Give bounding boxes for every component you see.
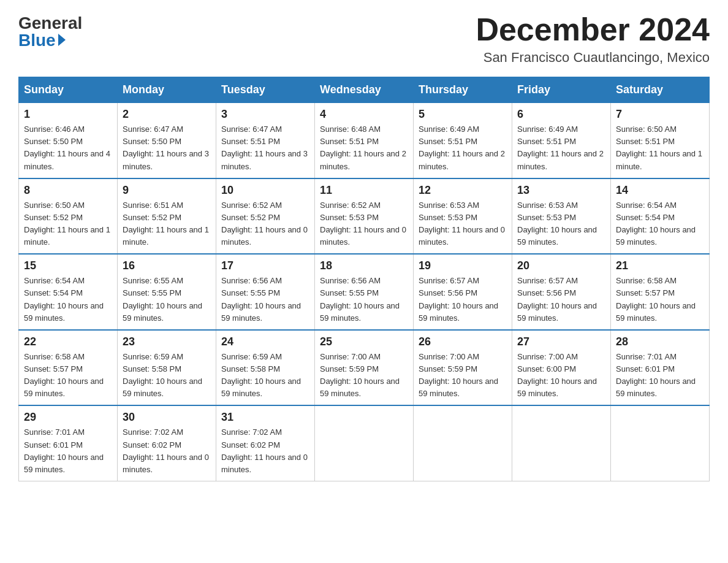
calendar-cell: 17 Sunrise: 6:56 AMSunset: 5:55 PMDaylig…	[216, 254, 315, 330]
calendar-cell: 20 Sunrise: 6:57 AMSunset: 5:56 PMDaylig…	[512, 254, 611, 330]
day-number: 29	[24, 411, 112, 424]
day-detail: Sunrise: 7:00 AMSunset: 5:59 PMDaylight:…	[419, 351, 507, 400]
calendar-cell: 12 Sunrise: 6:53 AMSunset: 5:53 PMDaylig…	[414, 178, 512, 255]
day-detail: Sunrise: 6:51 AMSunset: 5:52 PMDaylight:…	[123, 199, 211, 249]
day-number: 15	[24, 259, 112, 272]
day-detail: Sunrise: 6:54 AMSunset: 5:54 PMDaylight:…	[24, 275, 112, 324]
day-detail: Sunrise: 6:47 AMSunset: 5:51 PMDaylight:…	[221, 123, 309, 173]
day-number: 3	[221, 108, 309, 121]
day-number: 11	[320, 184, 408, 197]
day-detail: Sunrise: 7:02 AMSunset: 6:02 PMDaylight:…	[123, 426, 211, 476]
day-detail: Sunrise: 6:56 AMSunset: 5:55 PMDaylight:…	[320, 275, 408, 324]
calendar-cell: 13 Sunrise: 6:53 AMSunset: 5:53 PMDaylig…	[512, 178, 611, 255]
day-number: 20	[517, 259, 605, 272]
calendar-cell	[315, 405, 414, 481]
day-number: 22	[24, 335, 112, 348]
calendar-cell: 3 Sunrise: 6:47 AMSunset: 5:51 PMDayligh…	[216, 103, 315, 178]
day-detail: Sunrise: 7:00 AMSunset: 6:00 PMDaylight:…	[517, 351, 605, 400]
location-subtitle: San Francisco Cuautlancingo, Mexico	[476, 50, 710, 66]
day-detail: Sunrise: 6:56 AMSunset: 5:55 PMDaylight:…	[221, 275, 309, 324]
day-number: 4	[320, 108, 408, 121]
calendar-week-5: 29 Sunrise: 7:01 AMSunset: 6:01 PMDaylig…	[19, 405, 710, 481]
logo-arrow-icon	[58, 34, 66, 46]
calendar-cell	[611, 405, 710, 481]
calendar-cell: 5 Sunrise: 6:49 AMSunset: 5:51 PMDayligh…	[414, 103, 512, 178]
logo: General Blue	[18, 12, 82, 49]
calendar-cell: 29 Sunrise: 7:01 AMSunset: 6:01 PMDaylig…	[19, 405, 118, 481]
calendar-cell: 27 Sunrise: 7:00 AMSunset: 6:00 PMDaylig…	[512, 330, 611, 406]
day-header-thursday: Thursday	[414, 77, 512, 103]
day-number: 28	[616, 335, 704, 348]
day-detail: Sunrise: 6:52 AMSunset: 5:53 PMDaylight:…	[320, 199, 408, 249]
day-number: 14	[616, 184, 704, 197]
calendar-cell: 18 Sunrise: 6:56 AMSunset: 5:55 PMDaylig…	[315, 254, 414, 330]
day-detail: Sunrise: 7:00 AMSunset: 5:59 PMDaylight:…	[320, 351, 408, 400]
day-detail: Sunrise: 6:54 AMSunset: 5:54 PMDaylight:…	[616, 199, 704, 249]
day-number: 25	[320, 335, 408, 348]
day-number: 5	[419, 108, 507, 121]
day-number: 12	[419, 184, 507, 197]
calendar-cell: 24 Sunrise: 6:59 AMSunset: 5:58 PMDaylig…	[216, 330, 315, 406]
calendar-cell: 7 Sunrise: 6:50 AMSunset: 5:51 PMDayligh…	[611, 103, 710, 178]
day-detail: Sunrise: 6:55 AMSunset: 5:55 PMDaylight:…	[123, 275, 211, 324]
day-number: 31	[221, 411, 309, 424]
calendar-cell: 2 Sunrise: 6:47 AMSunset: 5:50 PMDayligh…	[118, 103, 216, 178]
day-detail: Sunrise: 7:02 AMSunset: 6:02 PMDaylight:…	[221, 426, 309, 476]
day-number: 7	[616, 108, 704, 121]
day-number: 21	[616, 259, 704, 272]
day-detail: Sunrise: 6:53 AMSunset: 5:53 PMDaylight:…	[419, 199, 507, 249]
day-detail: Sunrise: 6:50 AMSunset: 5:51 PMDaylight:…	[616, 123, 704, 173]
page-header: General Blue December 2024 San Francisco…	[18, 12, 710, 66]
day-number: 26	[419, 335, 507, 348]
calendar-cell: 28 Sunrise: 7:01 AMSunset: 6:01 PMDaylig…	[611, 330, 710, 406]
calendar-cell: 9 Sunrise: 6:51 AMSunset: 5:52 PMDayligh…	[118, 178, 216, 255]
calendar-cell: 4 Sunrise: 6:48 AMSunset: 5:51 PMDayligh…	[315, 103, 414, 178]
calendar-header-row: SundayMondayTuesdayWednesdayThursdayFrid…	[19, 77, 710, 103]
calendar-cell: 25 Sunrise: 7:00 AMSunset: 5:59 PMDaylig…	[315, 330, 414, 406]
day-detail: Sunrise: 6:52 AMSunset: 5:52 PMDaylight:…	[221, 199, 309, 249]
day-header-saturday: Saturday	[611, 77, 710, 103]
calendar-cell: 19 Sunrise: 6:57 AMSunset: 5:56 PMDaylig…	[414, 254, 512, 330]
month-year-title: December 2024	[476, 12, 710, 47]
day-detail: Sunrise: 6:48 AMSunset: 5:51 PMDaylight:…	[320, 123, 408, 173]
day-detail: Sunrise: 6:53 AMSunset: 5:53 PMDaylight:…	[517, 199, 605, 249]
calendar-cell: 15 Sunrise: 6:54 AMSunset: 5:54 PMDaylig…	[19, 254, 118, 330]
calendar-cell	[414, 405, 512, 481]
calendar-cell: 1 Sunrise: 6:46 AMSunset: 5:50 PMDayligh…	[19, 103, 118, 178]
calendar-cell: 22 Sunrise: 6:58 AMSunset: 5:57 PMDaylig…	[19, 330, 118, 406]
calendar-cell: 26 Sunrise: 7:00 AMSunset: 5:59 PMDaylig…	[414, 330, 512, 406]
day-number: 18	[320, 259, 408, 272]
day-number: 27	[517, 335, 605, 348]
day-header-tuesday: Tuesday	[216, 77, 315, 103]
logo-blue-text: Blue	[18, 32, 56, 49]
day-number: 8	[24, 184, 112, 197]
logo-general-text: General	[18, 15, 82, 32]
calendar-cell	[512, 405, 611, 481]
day-header-monday: Monday	[118, 77, 216, 103]
calendar-week-1: 1 Sunrise: 6:46 AMSunset: 5:50 PMDayligh…	[19, 103, 710, 178]
calendar-table: SundayMondayTuesdayWednesdayThursdayFrid…	[18, 77, 710, 481]
day-detail: Sunrise: 6:58 AMSunset: 5:57 PMDaylight:…	[616, 275, 704, 324]
calendar-cell: 16 Sunrise: 6:55 AMSunset: 5:55 PMDaylig…	[118, 254, 216, 330]
day-number: 10	[221, 184, 309, 197]
day-detail: Sunrise: 6:49 AMSunset: 5:51 PMDaylight:…	[517, 123, 605, 173]
calendar-week-2: 8 Sunrise: 6:50 AMSunset: 5:52 PMDayligh…	[19, 178, 710, 255]
day-detail: Sunrise: 7:01 AMSunset: 6:01 PMDaylight:…	[616, 351, 704, 400]
day-number: 23	[123, 335, 211, 348]
day-number: 17	[221, 259, 309, 272]
calendar-cell: 8 Sunrise: 6:50 AMSunset: 5:52 PMDayligh…	[19, 178, 118, 255]
day-detail: Sunrise: 6:50 AMSunset: 5:52 PMDaylight:…	[24, 199, 112, 249]
calendar-cell: 31 Sunrise: 7:02 AMSunset: 6:02 PMDaylig…	[216, 405, 315, 481]
day-header-sunday: Sunday	[19, 77, 118, 103]
calendar-cell: 21 Sunrise: 6:58 AMSunset: 5:57 PMDaylig…	[611, 254, 710, 330]
day-detail: Sunrise: 7:01 AMSunset: 6:01 PMDaylight:…	[24, 426, 112, 476]
day-number: 30	[123, 411, 211, 424]
day-detail: Sunrise: 6:59 AMSunset: 5:58 PMDaylight:…	[123, 351, 211, 400]
day-number: 16	[123, 259, 211, 272]
day-detail: Sunrise: 6:49 AMSunset: 5:51 PMDaylight:…	[419, 123, 507, 173]
day-number: 19	[419, 259, 507, 272]
calendar-cell: 11 Sunrise: 6:52 AMSunset: 5:53 PMDaylig…	[315, 178, 414, 255]
day-number: 2	[123, 108, 211, 121]
day-detail: Sunrise: 6:46 AMSunset: 5:50 PMDaylight:…	[24, 123, 112, 173]
day-detail: Sunrise: 6:58 AMSunset: 5:57 PMDaylight:…	[24, 351, 112, 400]
